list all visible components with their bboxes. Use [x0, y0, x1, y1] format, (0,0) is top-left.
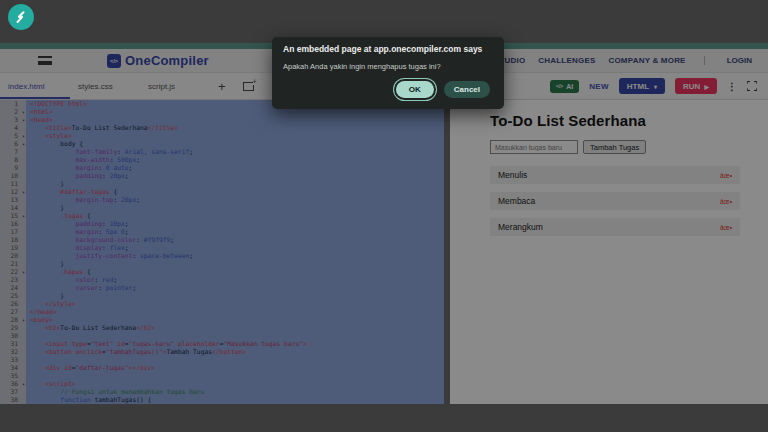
workspace: ▼ 1<!DOCTYPE html>2▾<html>3▾<head>4 <tit…	[0, 100, 768, 404]
fold-caret-icon[interactable]: ▾	[22, 316, 25, 324]
line-number: 7	[0, 148, 26, 156]
fold-caret-icon[interactable]: ▾	[22, 116, 25, 124]
nav-item-company-more[interactable]: COMPANY & MORE	[608, 56, 685, 65]
dialog-message: Apakah Anda yakin ingin menghapus tugas …	[283, 62, 493, 71]
code-line: 29 <h2>To-Do List Sederhana</h2>	[0, 324, 444, 332]
line-number: 4	[0, 124, 26, 132]
code-text: margin: 0 auto;	[26, 164, 132, 172]
line-number: 27	[0, 308, 26, 316]
fold-caret-icon[interactable]: ▾	[22, 212, 25, 220]
code-text: </head>	[26, 308, 57, 316]
delete-task-button[interactable]: âœ•	[720, 172, 732, 179]
code-line: 10 padding: 20px;	[0, 172, 444, 180]
line-number: 28▾	[0, 316, 26, 324]
code-text: justify-content: space-between;	[26, 252, 193, 260]
delete-task-button[interactable]: âœ•	[720, 198, 732, 205]
code-line: 32 <button onclick="tambahTugas()">Tamba…	[0, 348, 444, 356]
code-text: <button onclick="tambahTugas()">Tambah T…	[26, 348, 246, 356]
code-line: 36▾ <script>	[0, 380, 444, 388]
login-link[interactable]: LOGIN	[704, 56, 752, 65]
fold-caret-icon[interactable]: ▾	[22, 380, 25, 388]
todo-row: Menulisâœ•	[490, 166, 740, 184]
code-line: 18 background-color: #f9f9f9;	[0, 236, 444, 244]
code-text: padding: 20px;	[26, 172, 129, 180]
new-task-input[interactable]	[490, 140, 578, 154]
fold-caret-icon[interactable]: ▾	[22, 268, 25, 276]
run-button[interactable]: RUN ▶	[675, 78, 717, 94]
open-in-new-icon[interactable]: +	[243, 82, 254, 91]
line-number: 30	[0, 332, 26, 340]
preview-form: Tambah Tugas	[490, 140, 742, 154]
code-line: 33	[0, 356, 444, 364]
code-line: 7 font-family: Arial, sans-serif;	[0, 148, 444, 156]
line-number: 19	[0, 244, 26, 252]
preview-heading: To-Do List Sederhana	[490, 112, 742, 129]
more-options-icon[interactable]: ⋮	[727, 81, 737, 92]
scrollbar-down-arrow[interactable]: ▼	[446, 396, 449, 402]
code-text: .tugas {	[26, 212, 91, 220]
ai-button[interactable]: </> AI	[550, 80, 579, 93]
menu-icon[interactable]	[38, 56, 52, 65]
code-text: function tambahTugas() {	[26, 396, 151, 404]
code-editor[interactable]: ▼ 1<!DOCTYPE html>2▾<html>3▾<head>4 <tit…	[0, 100, 450, 404]
code-text: <div id="daftar-tugas"></div>	[26, 364, 155, 372]
tab-script-js[interactable]: script.js	[140, 73, 210, 99]
add-file-button[interactable]: +	[218, 80, 226, 93]
brand-name: OneCompiler	[125, 53, 209, 68]
code-line: 26 </style>	[0, 300, 444, 308]
code-text: <body>	[26, 316, 53, 324]
chevron-down-icon: ▾	[654, 83, 657, 90]
fold-caret-icon[interactable]: ▾	[22, 188, 25, 196]
code-text: }	[26, 292, 64, 300]
code-line: 30	[0, 332, 444, 340]
code-line: 15▾ .tugas {	[0, 212, 444, 220]
code-text: <!DOCTYPE html>	[26, 100, 87, 108]
new-button[interactable]: NEW	[589, 82, 609, 91]
code-text: font-family: Arial, sans-serif;	[26, 148, 193, 156]
code-line: 8 max-width: 500px;	[0, 156, 444, 164]
code-line: 5▾ <style>	[0, 132, 444, 140]
todo-row: Merangkumâœ•	[490, 218, 740, 236]
code-text: max-width: 500px;	[26, 156, 140, 164]
line-number: 17	[0, 228, 26, 236]
line-number: 13	[0, 196, 26, 204]
line-number: 38	[0, 396, 26, 404]
code-text: body {	[26, 140, 83, 148]
fold-caret-icon[interactable]: ▾	[22, 132, 25, 140]
language-select[interactable]: HTML ▾	[619, 78, 665, 94]
delete-task-button[interactable]: âœ•	[720, 224, 732, 231]
play-icon: ▶	[704, 83, 709, 90]
code-text: color: red;	[26, 276, 117, 284]
fullscreen-icon[interactable]	[747, 81, 757, 91]
code-line: 16 padding: 10px;	[0, 220, 444, 228]
code-line: 17 margin: 5px 0;	[0, 228, 444, 236]
line-number: 9	[0, 164, 26, 172]
tab-index-html[interactable]: index.html	[0, 73, 70, 99]
brand[interactable]: </> OneCompiler	[107, 53, 209, 68]
line-number: 21	[0, 260, 26, 268]
code-text: margin-top: 20px;	[26, 196, 140, 204]
fold-caret-icon[interactable]: ▾	[22, 108, 25, 116]
code-line: 11 }	[0, 180, 444, 188]
code-line: 28▾<body>	[0, 316, 444, 324]
todo-label: Menulis	[498, 170, 527, 180]
line-number: 5▾	[0, 132, 26, 140]
code-line: 27</head>	[0, 308, 444, 316]
todo-row: Membacaâœ•	[490, 192, 740, 210]
code-text: <head>	[26, 116, 53, 124]
todo-label: Merangkum	[498, 222, 543, 232]
code-line: 14 }	[0, 204, 444, 212]
code-line: 37 // Fungsi untuk menambahkan tugas bar…	[0, 388, 444, 396]
add-task-button[interactable]: Tambah Tugas	[583, 140, 646, 154]
tab-styles-css[interactable]: styles.css	[70, 73, 140, 99]
line-number: 20	[0, 252, 26, 260]
line-number: 24	[0, 284, 26, 292]
nav-item-challenges[interactable]: CHALLENGES	[538, 56, 595, 65]
ok-button[interactable]: OK	[396, 81, 434, 98]
fold-caret-icon[interactable]: ▾	[22, 140, 25, 148]
code-text: <input type="text" id="tugas-baru" place…	[26, 340, 307, 348]
line-number: 31	[0, 340, 26, 348]
line-number: 32	[0, 348, 26, 356]
code-line: 31 <input type="text" id="tugas-baru" pl…	[0, 340, 444, 348]
cancel-button[interactable]: Cancel	[444, 81, 490, 98]
